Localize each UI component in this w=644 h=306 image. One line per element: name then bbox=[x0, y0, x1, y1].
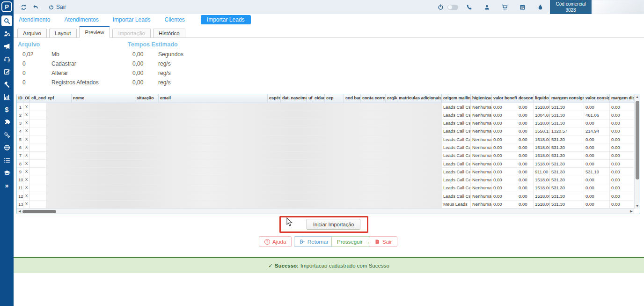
cell-margem-consignavel: 531.30 bbox=[550, 143, 584, 151]
column-header-5[interactable]: nome bbox=[72, 94, 135, 103]
column-header-14[interactable]: conta corrente bbox=[361, 94, 386, 103]
column-header-9[interactable]: dat. nascimento bbox=[281, 94, 307, 103]
table-row[interactable]: 5XLeads Call CenterNenhuma0.000.001518.0… bbox=[17, 135, 640, 143]
vertical-scroll-thumb[interactable] bbox=[636, 101, 639, 179]
globe-icon[interactable] bbox=[1, 142, 12, 153]
calendar-icon[interactable] bbox=[516, 2, 528, 12]
table-row[interactable]: 4XLeads Call CenterNenhuma0.000.003558.1… bbox=[17, 127, 640, 135]
scroll-right-icon[interactable]: ▶ bbox=[629, 209, 634, 213]
user-icon[interactable] bbox=[481, 2, 493, 12]
power-toggle[interactable] bbox=[447, 5, 458, 10]
column-header-16[interactable]: matriculas adicionais bbox=[397, 94, 442, 103]
cell-op: X bbox=[23, 192, 30, 200]
column-header-15[interactable]: orgão bbox=[386, 94, 397, 103]
iniciar-importacao-button[interactable]: Iniciar Importação bbox=[307, 219, 360, 230]
column-header-17[interactable]: origem mailing bbox=[442, 94, 471, 103]
cell-liquido: 1518.00 bbox=[534, 160, 550, 167]
sair-button[interactable]: Sair bbox=[369, 236, 397, 247]
column-header-11[interactable]: cidade bbox=[313, 94, 325, 103]
user-search-icon[interactable] bbox=[1, 28, 12, 39]
column-header-6[interactable]: situação bbox=[135, 94, 159, 103]
headset-icon[interactable] bbox=[1, 53, 12, 64]
power-icon[interactable] bbox=[434, 2, 446, 12]
cell-cli-codigo bbox=[30, 192, 46, 200]
table-row[interactable]: 2XLeads Call CenterNenhuma0.000.001004.6… bbox=[17, 111, 640, 119]
dollar-icon[interactable]: $ bbox=[1, 104, 12, 115]
cart-icon[interactable] bbox=[498, 2, 511, 12]
edit-icon[interactable] bbox=[1, 66, 12, 77]
tab-arquivo[interactable]: Arquivo bbox=[17, 29, 47, 37]
nav-link-clientes[interactable]: Clientes bbox=[165, 16, 185, 23]
checklist-icon[interactable] bbox=[1, 155, 12, 165]
column-header-12[interactable]: cep bbox=[325, 94, 344, 103]
table-row[interactable]: 13XMeus LeadsNenhuma0.000.001518.00531.3… bbox=[17, 201, 640, 209]
column-header-1[interactable]: ID bbox=[17, 94, 23, 103]
horizontal-scrollbar[interactable]: ◀ ▶ bbox=[17, 209, 634, 214]
vertical-scrollbar[interactable]: ▲ ▼ bbox=[634, 94, 640, 209]
table-row[interactable]: 8XLeads Call CenterNenhuma0.000.001518.0… bbox=[17, 160, 640, 168]
scroll-left-icon[interactable]: ◀ bbox=[17, 209, 22, 213]
column-header-4[interactable]: cpf bbox=[46, 94, 72, 103]
search-icon[interactable] bbox=[1, 15, 12, 26]
table-row[interactable]: 10XLeads Call CenterNenhuma0.000.001518.… bbox=[17, 176, 640, 184]
cell-desconto: 0.00 bbox=[517, 201, 534, 208]
ajuda-button[interactable]: ? Ajuda bbox=[259, 236, 292, 247]
column-header-7[interactable]: email bbox=[159, 94, 268, 103]
cell-op: X bbox=[23, 160, 30, 167]
column-header-2[interactable]: OP bbox=[23, 94, 30, 103]
column-header-21[interactable]: liquido bbox=[534, 94, 550, 103]
tab-preview[interactable]: Preview bbox=[79, 26, 110, 38]
table-row[interactable]: 12XLeads Call CenterNenhuma0.000.001518.… bbox=[17, 192, 640, 200]
horizontal-scroll-thumb[interactable] bbox=[22, 210, 56, 213]
cell-id: 12 bbox=[17, 192, 23, 200]
gears-icon[interactable] bbox=[1, 129, 12, 140]
retornar-button[interactable]: Retornar bbox=[294, 236, 334, 247]
nav-link-atendimento[interactable]: Atendimento bbox=[19, 16, 50, 23]
puzzle-icon[interactable] bbox=[1, 117, 12, 127]
tab-historico[interactable]: Histórico bbox=[153, 29, 185, 37]
table-row[interactable]: 7XLeads Call CenterNenhuma0.000.001518.0… bbox=[17, 152, 640, 160]
column-header-22[interactable]: margem consignável bbox=[550, 94, 584, 103]
refresh-icon[interactable] bbox=[17, 2, 29, 12]
redacted-cells bbox=[46, 168, 442, 175]
megaphone-icon[interactable] bbox=[1, 41, 12, 52]
column-header-23[interactable]: valor consignado bbox=[584, 94, 610, 103]
column-header-8[interactable]: espécie bbox=[268, 94, 281, 103]
scroll-up-icon[interactable]: ▲ bbox=[636, 94, 639, 100]
phone-icon[interactable] bbox=[463, 2, 475, 12]
table-row[interactable]: 1XLeads Call CenterNenhuma0.000.001518.0… bbox=[17, 103, 640, 111]
drop-icon[interactable] bbox=[534, 2, 546, 12]
cell-desconto: 0.00 bbox=[517, 143, 534, 151]
column-header-18[interactable]: higienização bbox=[471, 94, 492, 103]
app-logo[interactable]: P bbox=[1, 1, 12, 12]
cell-margem-consignavel: 531.30 bbox=[550, 160, 584, 167]
expand-sidebar-icon[interactable]: » bbox=[1, 180, 12, 191]
nav-active-importar-leads[interactable]: Importar Leads bbox=[201, 15, 251, 24]
table-row[interactable]: 3XLeads Call CenterNenhuma0.000.001518.0… bbox=[17, 119, 640, 127]
graduation-cap-icon[interactable] bbox=[1, 167, 12, 178]
cell-op: X bbox=[23, 152, 30, 159]
cell-valor-beneficio: 0.00 bbox=[492, 184, 517, 192]
bar-chart-icon[interactable] bbox=[1, 91, 12, 102]
column-header-19[interactable]: valor beneficio bbox=[492, 94, 517, 103]
undo-icon[interactable] bbox=[29, 2, 42, 12]
column-header-24[interactable]: margem disp bbox=[610, 94, 634, 103]
cell-cli-codigo bbox=[30, 119, 46, 127]
logout-button[interactable]: Sair bbox=[48, 4, 66, 10]
cell-margem-disp: 0.00 bbox=[610, 201, 634, 208]
column-header-20[interactable]: desconto bbox=[517, 94, 534, 103]
hammer-icon[interactable] bbox=[1, 79, 12, 90]
table-row[interactable]: 11XLeads Call CenterNenhuma0.000.001518.… bbox=[17, 184, 640, 192]
nav-link-importar-leads[interactable]: Importar Leads bbox=[113, 16, 151, 23]
tab-layout[interactable]: Layout bbox=[49, 29, 77, 37]
nav-link-atendimentos[interactable]: Atendimentos bbox=[64, 16, 98, 23]
redacted-cells bbox=[46, 135, 442, 143]
column-header-3[interactable]: cli_codigo bbox=[30, 94, 46, 103]
table-row[interactable]: 6XLeads Call CenterNenhuma0.000.001518.0… bbox=[17, 143, 640, 151]
table-row[interactable]: 9XLeads Call CenterNenhuma0.000.00911.00… bbox=[17, 168, 640, 176]
column-header-13[interactable]: cod banco bbox=[344, 94, 361, 103]
cell-margem-consignavel: 531.30 bbox=[550, 184, 584, 192]
column-header-10[interactable]: uf bbox=[307, 94, 313, 103]
cell-origem-mailing: Leads Call Center bbox=[442, 111, 471, 119]
scroll-down-icon[interactable]: ▼ bbox=[636, 203, 639, 209]
